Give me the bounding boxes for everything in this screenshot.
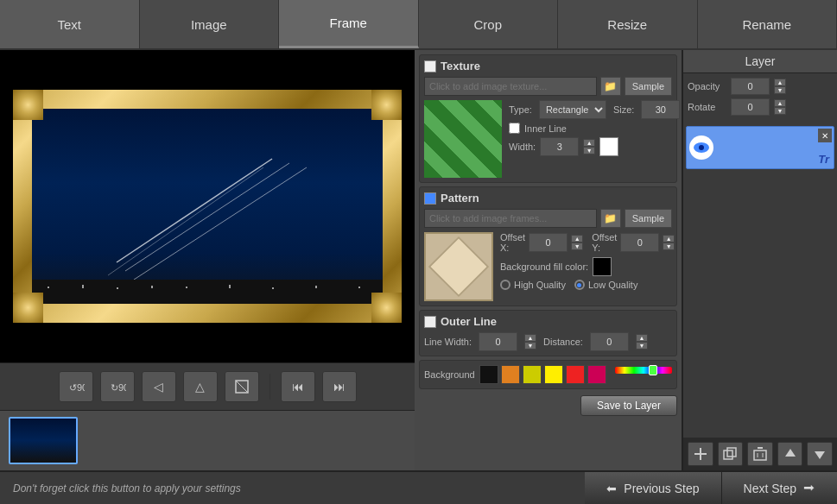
outer-line-header: Outer Line [424,315,672,328]
texture-section: Texture 📁 Sample Type: Rectangle Size: [419,54,677,183]
bg-label: Background [424,369,475,380]
width-input[interactable] [540,137,579,156]
bg-swatch-black[interactable] [479,365,498,384]
rotate-down[interactable]: ▼ [774,107,786,115]
distance-label: Distance: [543,337,583,347]
rotate-input[interactable] [731,98,770,116]
svg-marker-28 [815,451,825,459]
move-layer-up-btn[interactable] [777,442,803,466]
texture-path-input[interactable] [424,77,597,96]
flip-v-btn[interactable]: △ [183,371,218,402]
svg-rect-10 [186,287,187,288]
thumb-inner [10,419,76,463]
rotate-right-btn[interactable]: ↻90 [100,371,135,402]
distance-down[interactable]: ▼ [636,342,648,350]
width-up-arrow[interactable]: ▲ [583,139,595,147]
plane-image [13,90,402,323]
offset-y-arrows: ▲ ▼ [663,235,675,250]
type-label: Type: [509,104,532,115]
color-slider[interactable] [615,367,672,374]
opacity-down[interactable]: ▼ [774,86,786,94]
flip-h-btn[interactable]: ◁ [142,371,176,402]
line-width-down[interactable]: ▼ [524,342,536,350]
tab-resize[interactable]: Resize [558,0,698,48]
offset-y-input[interactable] [620,233,659,252]
pattern-settings: Offset X: ▲ ▼ Offset Y: ▲ [500,232,675,293]
svg-rect-7 [82,285,84,288]
right-panel: Texture 📁 Sample Type: Rectangle Size: [415,50,682,470]
offset-x-down[interactable]: ▼ [571,243,583,250]
width-color-swatch[interactable] [599,137,618,156]
offset-x-input[interactable] [529,233,568,252]
high-quality-group[interactable]: High Quality [500,280,566,290]
line-width-input[interactable] [479,332,517,351]
bg-swatch-bright-yellow[interactable] [544,365,563,384]
offset-y-down[interactable]: ▼ [663,243,675,250]
size-input[interactable] [641,100,680,119]
next-frame-btn[interactable]: ⏭ [322,371,357,402]
delete-layer-btn[interactable] [747,442,773,466]
type-select[interactable]: Rectangle [539,100,606,119]
opacity-input[interactable] [731,78,770,95]
low-quality-group[interactable]: Low Quality [574,280,637,290]
width-down-arrow[interactable]: ▼ [583,147,595,154]
rotate-arrows: ▲ ▼ [774,99,786,115]
prev-step-btn[interactable]: ⬅ Previous Step [585,472,721,504]
low-quality-radio[interactable] [574,280,585,290]
svg-rect-23 [754,450,766,460]
tab-image[interactable]: Image [140,0,280,48]
bg-fill-color-swatch[interactable] [593,257,612,276]
layer-item[interactable]: ✕ Tr [686,126,834,169]
hint-area: Don't forget click this button to apply … [0,472,585,504]
prev-frame-btn[interactable]: ⏮ [281,371,315,402]
tab-rename[interactable]: Rename [698,0,838,48]
pattern-folder-btn[interactable]: 📁 [600,209,621,228]
texture-folder-btn[interactable]: 📁 [600,77,621,96]
svg-rect-20 [700,448,701,460]
crop-btn[interactable] [225,371,259,402]
texture-sample-btn[interactable]: Sample [625,77,672,96]
width-row: Width: ▲ ▼ [509,137,682,156]
bg-swatch-pink[interactable] [587,365,606,384]
svg-rect-4 [13,280,402,323]
outer-line-checkbox[interactable] [424,316,436,328]
next-step-btn[interactable]: Next Step ⮕ [722,472,837,504]
bg-swatch-red[interactable] [566,365,585,384]
opacity-up[interactable]: ▲ [774,79,786,86]
texture-preview [424,100,502,178]
thumbnail-strip [0,410,415,470]
save-to-layer-btn[interactable]: Save to Layer [580,395,677,416]
pattern-checkbox[interactable] [424,192,436,205]
layer-close-btn[interactable]: ✕ [818,129,832,142]
pattern-path-input[interactable] [424,209,597,228]
slider-thumb[interactable] [649,365,657,375]
layer-eye-icon[interactable] [689,135,713,160]
pattern-sample-btn[interactable]: Sample [625,209,672,228]
bg-swatch-orange[interactable] [501,365,520,384]
distance-up[interactable]: ▲ [636,334,648,342]
controls-bar: ↺90 ↻90 ◁ △ ⏮ ⏭ [0,362,415,410]
thumbnail-item[interactable] [9,417,78,464]
tab-frame[interactable]: Frame [279,0,419,48]
distance-input[interactable] [590,332,629,351]
high-quality-radio[interactable] [500,280,510,290]
tab-text[interactable]: Text [0,0,140,48]
inner-line-row: Inner Line [509,123,682,134]
offset-x-up[interactable]: ▲ [571,235,583,243]
rotate-left-btn[interactable]: ↺90 [59,371,93,402]
opacity-arrows: ▲ ▼ [774,79,786,94]
duplicate-layer-btn[interactable] [718,442,744,466]
inner-line-checkbox[interactable] [509,123,520,134]
offset-y-up[interactable]: ▲ [663,235,675,243]
add-layer-btn[interactable] [688,442,713,466]
color-slider-container [615,365,672,384]
tab-crop[interactable]: Crop [419,0,559,48]
divider [269,374,270,400]
line-width-up[interactable]: ▲ [524,334,536,342]
bg-swatch-yellow[interactable] [523,365,542,384]
texture-checkbox[interactable] [424,60,436,72]
texture-title: Texture [441,60,480,72]
layer-type-indicator: Tr [818,153,829,166]
move-layer-down-btn[interactable] [807,442,833,466]
rotate-up[interactable]: ▲ [774,99,786,107]
